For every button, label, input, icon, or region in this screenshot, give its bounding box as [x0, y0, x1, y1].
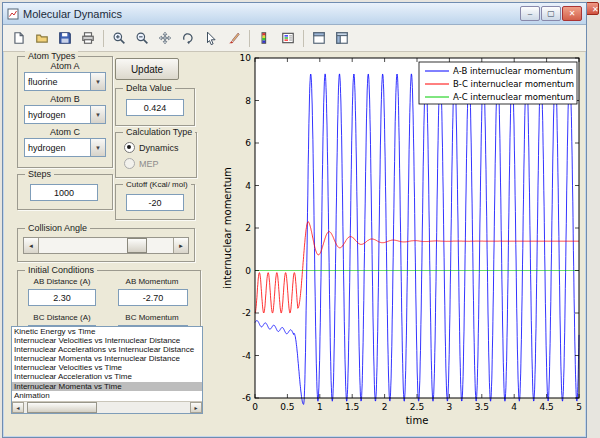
insert-legend-button[interactable] — [277, 28, 299, 49]
atom-b-label: Atom B — [18, 94, 112, 104]
scrollbar-track[interactable] — [24, 402, 190, 413]
list-item[interactable]: Kinetic Energy vs Time — [12, 327, 202, 336]
update-button[interactable]: Update — [115, 58, 179, 80]
svg-text:internuclear momentum: internuclear momentum — [222, 167, 233, 289]
ab-momentum-field[interactable] — [118, 289, 188, 306]
list-item-selected[interactable]: Internuclear Momenta vs Time — [12, 382, 202, 391]
atom-c-value: hydrogen — [25, 143, 90, 153]
figure-icon — [7, 8, 19, 20]
ab-distance-field[interactable] — [28, 289, 96, 306]
steps-field[interactable] — [30, 184, 98, 201]
new-document-icon — [12, 31, 26, 45]
list-item[interactable]: Internuclear Momenta vs Internuclear Dis… — [12, 354, 202, 363]
list-item[interactable]: Internuclear Velocities vs Time — [12, 363, 202, 372]
ab-momentum-label: AB Momentum — [110, 277, 194, 286]
svg-text:B-C internuclear momentum: B-C internuclear momentum — [453, 79, 574, 89]
calculation-type-title: Calculation Type — [123, 127, 195, 138]
scroll-left-arrow-icon[interactable]: ◄ — [12, 402, 24, 413]
svg-text:1: 1 — [317, 402, 323, 412]
brush-button[interactable] — [223, 28, 245, 49]
slider-right-arrow-icon[interactable]: ► — [173, 238, 188, 253]
slider-left-arrow-icon[interactable]: ◄ — [24, 238, 39, 253]
svg-text:3.5: 3.5 — [475, 402, 489, 412]
show-plot-tools-button[interactable] — [331, 28, 353, 49]
legend-icon — [281, 31, 295, 45]
new-figure-button[interactable] — [8, 28, 30, 49]
svg-text:-4: -4 — [242, 351, 251, 361]
radio-dynamics-label: Dynamics — [139, 143, 179, 153]
cutoff-field[interactable] — [126, 194, 184, 211]
data-cursor-button[interactable] — [200, 28, 222, 49]
atom-c-dropdown[interactable]: hydrogen ▼ — [24, 138, 106, 157]
figure-content: Atom Types Atom A fluorine ▼ Atom B hydr… — [3, 52, 586, 437]
list-item[interactable]: Internuclear Accelerations vs Internucle… — [12, 345, 202, 354]
svg-text:A-B internuclear momentum: A-B internuclear momentum — [453, 66, 573, 76]
figure-toolbar — [3, 25, 586, 52]
maximize-button[interactable]: ▢ — [541, 6, 561, 21]
save-figure-button[interactable] — [54, 28, 76, 49]
hide-plot-tools-button[interactable] — [308, 28, 330, 49]
chevron-down-icon: ▼ — [90, 106, 105, 123]
titlebar[interactable]: Molecular Dynamics – ▢ ✕ — [3, 3, 586, 25]
print-figure-button[interactable] — [77, 28, 99, 49]
svg-text:4: 4 — [245, 181, 251, 191]
horizontal-scrollbar[interactable]: ◄ ► — [12, 401, 202, 413]
zoom-out-icon — [135, 31, 149, 45]
svg-text:-6: -6 — [242, 393, 251, 403]
bc-momentum-label: BC Momentum — [110, 313, 194, 322]
svg-text:4.5: 4.5 — [539, 402, 553, 412]
svg-text:A-C internuclear momentum: A-C internuclear momentum — [453, 92, 574, 102]
collision-angle-slider[interactable]: ◄ ► — [23, 237, 189, 254]
svg-text:2: 2 — [382, 402, 388, 412]
atom-b-dropdown[interactable]: hydrogen ▼ — [24, 105, 106, 124]
delta-value-field[interactable] — [126, 99, 184, 116]
cursor-arrow-icon — [204, 31, 218, 45]
zoom-in-icon — [112, 31, 126, 45]
steps-panel: Steps — [17, 174, 113, 210]
list-item[interactable]: Internuclear Velocities vs Internuclear … — [12, 336, 202, 345]
bc-distance-label: BC Distance (A) — [20, 313, 104, 322]
atom-c-label: Atom C — [18, 127, 112, 137]
atom-a-dropdown[interactable]: fluorine ▼ — [24, 72, 106, 91]
insert-colorbar-button[interactable] — [254, 28, 276, 49]
minimize-button[interactable]: – — [520, 6, 540, 21]
delta-value-panel: Delta Value — [115, 88, 195, 126]
svg-text:2.5: 2.5 — [410, 402, 424, 412]
open-file-button[interactable] — [31, 28, 53, 49]
svg-text:6: 6 — [245, 138, 251, 148]
close-button[interactable]: ✕ — [562, 6, 582, 21]
atom-a-value: fluorine — [25, 77, 90, 87]
radio-dynamics[interactable]: Dynamics — [124, 142, 179, 153]
pan-hand-icon — [158, 31, 172, 45]
svg-text:10: 10 — [240, 53, 252, 63]
plot-type-listbox: Kinetic Energy vs Time Internuclear Velo… — [11, 326, 203, 414]
svg-text:8: 8 — [245, 96, 251, 106]
svg-text:0: 0 — [245, 266, 251, 276]
radio-mep[interactable]: MEP — [124, 158, 159, 169]
rotate-3d-button[interactable] — [177, 28, 199, 49]
list-item[interactable]: Internuclear Acceleration vs Time — [12, 372, 202, 381]
atom-a-label: Atom A — [18, 61, 112, 71]
delta-value-title: Delta Value — [123, 83, 175, 94]
zoom-in-button[interactable] — [108, 28, 130, 49]
scroll-right-arrow-icon[interactable]: ► — [190, 402, 202, 413]
svg-text:5: 5 — [576, 402, 582, 412]
toolbar-separator — [249, 30, 250, 47]
list-item[interactable]: Animation — [12, 391, 202, 400]
rotate-icon — [181, 31, 195, 45]
slider-track[interactable] — [39, 238, 173, 253]
svg-text:0.5: 0.5 — [280, 402, 294, 412]
plot-tools-on-icon — [335, 31, 349, 45]
zoom-out-button[interactable] — [131, 28, 153, 49]
scrollbar-thumb[interactable] — [27, 402, 97, 413]
outer-close-button[interactable]: ✕ — [585, 2, 599, 15]
listbox-items: Kinetic Energy vs Time Internuclear Velo… — [12, 327, 202, 402]
collision-angle-panel: Collision Angle ◄ ► — [17, 228, 195, 262]
calculation-type-panel: Calculation Type Dynamics MEP — [115, 132, 197, 178]
svg-text:-2: -2 — [242, 308, 251, 318]
initial-conditions-title: Initial Conditions — [25, 265, 97, 276]
slider-thumb[interactable] — [127, 238, 147, 253]
folder-icon — [35, 31, 49, 45]
steps-title: Steps — [25, 169, 54, 180]
pan-button[interactable] — [154, 28, 176, 49]
